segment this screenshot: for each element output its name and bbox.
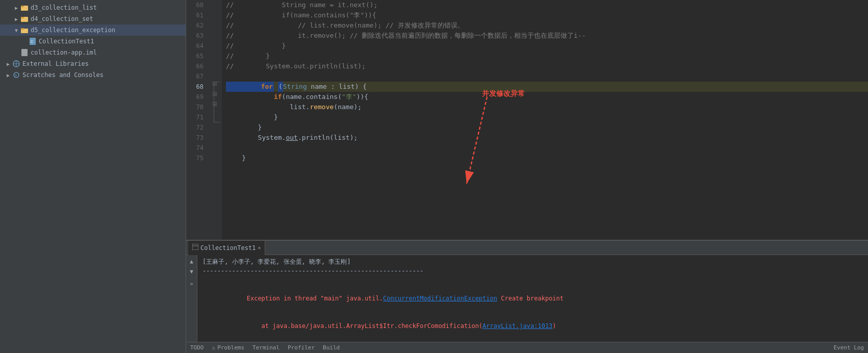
console-line-dashes: ----------------------------------------… [202,266,864,275]
bottom-tabs: CollectionTest1 ✕ [186,241,868,255]
svg-text:s: s [15,73,17,78]
status-todo[interactable]: TODO [190,344,204,351]
close-tab-button[interactable]: ✕ [258,245,261,250]
line-67: 67 [186,71,208,82]
code-content[interactable]: // String name = it.next(); // if(name.c… [222,0,868,240]
side-buttons: ▲ ▼ » [186,255,197,342]
iml-icon [20,48,29,57]
sidebar-item-ct1[interactable]: C CollectionTest1 [0,36,186,47]
editor-area: 60 61 62 63 64 65 66 67 68 69 70 71 72 7… [186,0,868,353]
code-line-64: // } [226,41,868,51]
console-line-at1: at java.base/java.util.ArrayList$Itr.che… [202,312,864,340]
line-60: 60 [186,0,208,10]
line-75: 75 [186,153,208,163]
sidebar: ▶ d3_collection_list ▶ d4_collection_set… [0,0,186,353]
line-69: 69 [186,92,208,102]
status-event-log[interactable]: Event Log [833,344,864,351]
console-output: [王麻子, 小李子, 李爱花, 张全蛋, 晓李, 李玉刚] ----------… [197,255,868,342]
folder-icon [20,15,29,23]
line-61: 61 [186,10,208,20]
sidebar-item-d5-label: d5_collection_exception [31,27,115,34]
sidebar-item-d3-label: d3_collection_list [31,4,97,11]
code-line-60: // String name = it.next(); [226,0,868,10]
status-terminal[interactable]: Terminal [252,344,279,351]
code-line-69: if(name.contains("李")){ [226,92,868,102]
gutter: - - - [212,0,222,240]
line-73: 73 [186,133,208,143]
line-numbers: 60 61 62 63 64 65 66 67 68 69 70 71 72 7… [186,0,212,240]
code-line-66: // System.out.println(list); [226,61,868,71]
folder-icon [20,4,29,12]
no-arrow [20,37,29,45]
arrow-icon: ▶ [12,15,20,23]
line-63: 63 [186,31,208,41]
line-64: 64 [186,41,208,51]
line-70: 70 [186,102,208,112]
svg-rect-3 [21,17,24,18]
status-bar: TODO ⚠ Problems Terminal Profiler Build … [186,342,868,353]
sidebar-item-iml[interactable]: collection-app.iml [0,47,186,58]
sidebar-item-scratches-label: Scratches and Consoles [22,71,104,79]
line-65: 65 [186,51,208,61]
scratch-icon: s [12,71,20,79]
code-line-70: list.remove(name); [226,102,868,112]
java-file-icon: C [29,37,37,45]
console-line-empty [202,275,864,285]
sidebar-item-d4-label: d4_collection_set [31,15,93,22]
scroll-up-button[interactable]: ▲ [188,257,196,265]
code-line-63: // it.remove(); // 删除迭代器当前遍历到的数据，每删除一个数据… [226,31,868,41]
arrow-icon: ▶ [4,60,12,68]
console-wrapper: ▲ ▼ » [王麻子, 小李子, 李爱花, 张全蛋, 晓李, 李玉刚] ----… [186,255,868,342]
sidebar-item-d5[interactable]: ▼ d5_collection_exception [0,24,186,36]
bottom-panel: CollectionTest1 ✕ ▲ ▼ » [王麻子, 小李子, 李爱花, … [186,240,868,342]
code-line-72: } [226,122,868,133]
status-problems[interactable]: ⚠ Problems [212,344,245,351]
svg-rect-16 [192,244,198,250]
status-build[interactable]: Build [323,344,340,351]
arrow-icon: ▶ [4,71,12,79]
code-line-62: // // list.remove(name); // 并发修改异常的错误。 [226,20,868,31]
scroll-down-button[interactable]: ▼ [188,267,196,275]
status-profiler[interactable]: Profiler [288,344,315,351]
more-button[interactable]: » [188,280,196,288]
console-line-at2: at java.base/java.util.ArrayList$Itr.nex… [202,340,864,342]
arrow-icon: ▶ [12,4,20,12]
code-line-75: } [226,153,868,163]
sidebar-tree: ▶ d3_collection_list ▶ d4_collection_set… [0,0,186,353]
arraylist-link-1[interactable]: ArrayList.java:1013 [482,322,552,330]
svg-text:C: C [31,40,33,43]
console-icon [192,244,198,251]
line-68: 68 [186,82,208,92]
warning-icon: ⚠ [212,344,216,351]
code-line-61: // if(name.contains("李")){ [226,10,868,20]
code-line-67 [226,71,868,82]
line-66: 66 [186,61,208,71]
console-tab[interactable]: CollectionTest1 ✕ [188,241,265,255]
console-line-1: [王麻子, 小李子, 李爱花, 张全蛋, 晓李, 李玉刚] [202,257,864,266]
line-62: 62 [186,20,208,31]
arrow-icon: ▼ [12,26,20,34]
sidebar-item-d3[interactable]: ▶ d3_collection_list [0,2,186,13]
no-arrow [12,48,20,57]
code-line-68: for (String name : list) { [226,82,868,92]
folder-open-icon [20,26,29,34]
sidebar-item-extlib[interactable]: ▶ External Libraries [0,58,186,69]
ext-lib-icon [12,60,20,68]
sidebar-item-ct1-label: CollectionTest1 [39,38,94,45]
line-74: 74 [186,143,208,153]
code-line-74 [226,143,868,153]
sidebar-item-extlib-label: External Libraries [22,60,89,67]
console-tab-label: CollectionTest1 [200,244,256,251]
console-line-exception: Exception in thread "main" java.util.Con… [202,285,864,312]
sidebar-item-d4[interactable]: ▶ d4_collection_set [0,13,186,24]
sidebar-item-iml-label: collection-app.iml [31,49,97,56]
sidebar-item-scratches[interactable]: ▶ s Scratches and Consoles [0,69,186,81]
code-editor: 60 61 62 63 64 65 66 67 68 69 70 71 72 7… [186,0,868,240]
code-line-65: // } [226,51,868,61]
svg-rect-1 [21,6,24,7]
svg-rect-5 [21,28,24,30]
line-72: 72 [186,122,208,133]
concurrent-mod-exception-link[interactable]: ConcurrentModificationException [383,295,497,302]
svg-rect-8 [21,49,28,56]
code-line-73: System.out.println(list); [226,133,868,143]
